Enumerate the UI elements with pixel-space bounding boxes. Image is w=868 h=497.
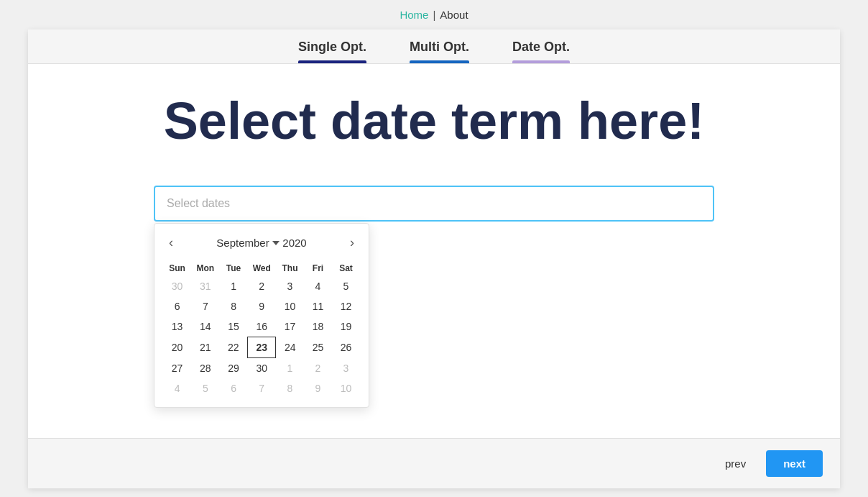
weekday-header-row: SunMonTueWedThuFriSat bbox=[163, 260, 360, 276]
calendar-day[interactable]: 13 bbox=[163, 316, 191, 337]
weekday-tue: Tue bbox=[219, 260, 247, 276]
calendar-day[interactable]: 15 bbox=[219, 316, 247, 337]
page-title: Select date term here! bbox=[71, 93, 797, 150]
content-area: Select date term here! ‹ January Februar… bbox=[28, 64, 840, 438]
calendar-day[interactable]: 29 bbox=[219, 358, 247, 379]
calendar-grid: SunMonTueWedThuFriSat 303112345678910111… bbox=[163, 260, 360, 398]
month-select[interactable]: January February March April May June Ju… bbox=[216, 237, 280, 249]
calendar-day[interactable]: 7 bbox=[191, 296, 219, 316]
calendar-week-row: 20212223242526 bbox=[163, 337, 360, 358]
calendar-day: 1 bbox=[276, 358, 304, 379]
calendar-day[interactable]: 26 bbox=[332, 337, 360, 358]
date-input[interactable] bbox=[154, 186, 714, 222]
month-year-display: January February March April May June Ju… bbox=[216, 237, 306, 249]
weekday-thu: Thu bbox=[276, 260, 304, 276]
calendar-day: 6 bbox=[219, 378, 247, 398]
tab-bar: Single Opt. Multi Opt. Date Opt. bbox=[28, 29, 840, 64]
calendar-day: 2 bbox=[304, 358, 332, 379]
calendar-day[interactable]: 25 bbox=[304, 337, 332, 358]
calendar-day[interactable]: 23 bbox=[248, 337, 276, 358]
calendar-day[interactable]: 5 bbox=[332, 276, 360, 296]
calendar-day[interactable]: 10 bbox=[276, 296, 304, 316]
calendar-day[interactable]: 20 bbox=[163, 337, 191, 358]
weekday-sat: Sat bbox=[332, 260, 360, 276]
calendar-day[interactable]: 30 bbox=[248, 358, 276, 379]
calendar-day: 9 bbox=[304, 378, 332, 398]
calendar-day[interactable]: 4 bbox=[304, 276, 332, 296]
weekday-mon: Mon bbox=[191, 260, 219, 276]
calendar-day: 10 bbox=[332, 378, 360, 398]
calendar-dropdown: ‹ January February March April May June … bbox=[154, 223, 369, 408]
calendar-week-row: 6789101112 bbox=[163, 296, 360, 316]
calendar-day: 3 bbox=[332, 358, 360, 379]
calendar-day[interactable]: 1 bbox=[219, 276, 247, 296]
prev-button[interactable]: prev bbox=[714, 452, 757, 475]
calendar-day[interactable]: 21 bbox=[191, 337, 219, 358]
calendar-day[interactable]: 28 bbox=[191, 358, 219, 379]
year-display: 2020 bbox=[282, 237, 306, 249]
prev-month-button[interactable]: ‹ bbox=[163, 232, 179, 253]
home-link[interactable]: Home bbox=[400, 9, 428, 21]
calendar-day: 8 bbox=[276, 378, 304, 398]
calendar-day[interactable]: 19 bbox=[332, 316, 360, 337]
calendar-day: 31 bbox=[191, 276, 219, 296]
calendar-day[interactable]: 9 bbox=[248, 296, 276, 316]
calendar-day[interactable]: 27 bbox=[163, 358, 191, 379]
date-input-wrapper: ‹ January February March April May June … bbox=[154, 186, 714, 222]
about-link[interactable]: About bbox=[440, 9, 468, 21]
calendar-day[interactable]: 24 bbox=[276, 337, 304, 358]
calendar-day[interactable]: 8 bbox=[219, 296, 247, 316]
bottom-nav: prev next bbox=[28, 438, 840, 488]
next-month-button[interactable]: › bbox=[344, 232, 360, 253]
weekday-sun: Sun bbox=[163, 260, 191, 276]
calendar-day: 4 bbox=[163, 378, 191, 398]
calendar-week-row: 27282930123 bbox=[163, 358, 360, 379]
calendar-day[interactable]: 18 bbox=[304, 316, 332, 337]
nav-separator: | bbox=[433, 9, 435, 21]
calendar-day: 5 bbox=[191, 378, 219, 398]
calendar-week-row: 13141516171819 bbox=[163, 316, 360, 337]
calendar-day[interactable]: 22 bbox=[219, 337, 247, 358]
calendar-day[interactable]: 17 bbox=[276, 316, 304, 337]
calendar-day[interactable]: 6 bbox=[163, 296, 191, 316]
top-nav: Home | About bbox=[0, 0, 868, 29]
calendar-day[interactable]: 11 bbox=[304, 296, 332, 316]
calendar-day[interactable]: 3 bbox=[276, 276, 304, 296]
calendar-week-row: 303112345 bbox=[163, 276, 360, 296]
calendar-day[interactable]: 2 bbox=[248, 276, 276, 296]
next-button[interactable]: next bbox=[766, 450, 823, 477]
calendar-day: 7 bbox=[248, 378, 276, 398]
main-card: Single Opt. Multi Opt. Date Opt. Select … bbox=[28, 29, 840, 488]
calendar-header: ‹ January February March April May June … bbox=[163, 232, 360, 253]
calendar-day[interactable]: 12 bbox=[332, 296, 360, 316]
tab-single-opt[interactable]: Single Opt. bbox=[298, 40, 366, 63]
weekday-wed: Wed bbox=[248, 260, 276, 276]
weekday-fri: Fri bbox=[304, 260, 332, 276]
tab-multi-opt[interactable]: Multi Opt. bbox=[410, 40, 469, 63]
calendar-week-row: 45678910 bbox=[163, 378, 360, 398]
tab-date-opt[interactable]: Date Opt. bbox=[512, 40, 570, 63]
calendar-day[interactable]: 16 bbox=[248, 316, 276, 337]
calendar-day[interactable]: 14 bbox=[191, 316, 219, 337]
calendar-day: 30 bbox=[163, 276, 191, 296]
